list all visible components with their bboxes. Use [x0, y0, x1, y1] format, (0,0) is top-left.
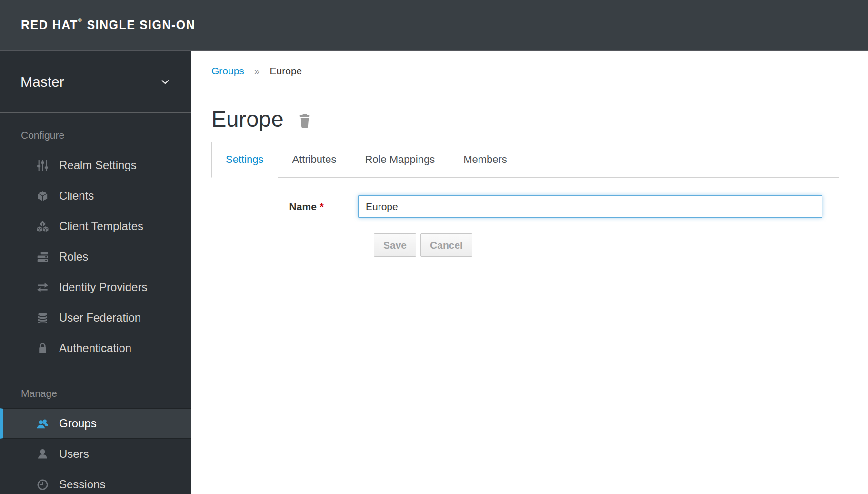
- trash-icon: [298, 113, 311, 128]
- breadcrumb-separator: »: [254, 65, 260, 77]
- name-input[interactable]: [358, 195, 822, 218]
- tab-role-mappings[interactable]: Role Mappings: [350, 142, 449, 177]
- lock-icon: [36, 342, 49, 355]
- realm-selector[interactable]: Master: [0, 51, 191, 113]
- sidebar-item-groups[interactable]: Groups: [0, 408, 191, 439]
- realm-name: Master: [20, 74, 64, 90]
- brand-primary: RED HAT: [21, 18, 78, 31]
- sidebar: Master Configure Realm Settings Clie: [0, 51, 191, 494]
- tab-settings[interactable]: Settings: [211, 142, 278, 178]
- sidebar-item-user-federation[interactable]: User Federation: [0, 302, 191, 333]
- app-header: RED HAT®SINGLE SIGN-ON: [0, 0, 868, 51]
- delete-group-button[interactable]: [298, 113, 311, 128]
- sidebar-item-sessions[interactable]: Sessions: [0, 469, 191, 494]
- sliders-icon: [36, 159, 49, 172]
- tab-members[interactable]: Members: [449, 142, 521, 177]
- sidebar-item-label: Realm Settings: [59, 159, 137, 172]
- tasks-icon: [36, 251, 49, 263]
- cube-icon: [36, 190, 49, 202]
- sidebar-item-label: Users: [59, 447, 89, 461]
- clock-icon: [36, 478, 49, 491]
- sidebar-item-label: Roles: [59, 250, 88, 263]
- sidebar-item-label: Clients: [59, 189, 94, 202]
- sidebar-nav: Configure Realm Settings Clients: [0, 129, 191, 494]
- exchange-icon: [36, 281, 49, 294]
- sidebar-item-label: Authentication: [59, 342, 131, 355]
- name-label: Name*: [211, 195, 324, 218]
- breadcrumb-current: Europe: [270, 65, 302, 77]
- chevron-down-icon: [160, 76, 171, 88]
- sidebar-item-identity-providers[interactable]: Identity Providers: [0, 272, 191, 302]
- sidebar-item-realm-settings[interactable]: Realm Settings: [0, 150, 191, 181]
- group-settings-form: Name* Save Cancel: [211, 195, 839, 257]
- tab-bar: Settings Attributes Role Mappings Member…: [211, 142, 839, 178]
- users-icon: [36, 417, 49, 430]
- brand-trademark: ®: [78, 17, 83, 23]
- section-label-configure: Configure: [0, 129, 191, 141]
- tab-attributes[interactable]: Attributes: [278, 142, 351, 177]
- brand-logo: RED HAT®SINGLE SIGN-ON: [21, 18, 195, 32]
- sidebar-item-users[interactable]: Users: [0, 439, 191, 469]
- user-icon: [36, 448, 49, 461]
- sidebar-item-label: User Federation: [59, 311, 141, 324]
- sidebar-item-label: Client Templates: [59, 220, 143, 233]
- save-button[interactable]: Save: [374, 233, 416, 257]
- sidebar-item-label: Groups: [59, 417, 97, 430]
- cancel-button[interactable]: Cancel: [420, 233, 472, 257]
- required-marker: *: [320, 201, 324, 212]
- page-title: Europe: [211, 107, 284, 131]
- sidebar-item-clients[interactable]: Clients: [0, 181, 191, 211]
- cubes-icon: [36, 220, 49, 233]
- sidebar-item-label: Identity Providers: [59, 281, 147, 294]
- sidebar-item-roles[interactable]: Roles: [0, 242, 191, 272]
- breadcrumb: Groups » Europe: [211, 65, 839, 77]
- main-content: Groups » Europe Europe Settings Attribut…: [191, 51, 868, 494]
- section-label-manage: Manage: [0, 387, 191, 400]
- breadcrumb-groups-link[interactable]: Groups: [211, 65, 244, 77]
- brand-secondary: SINGLE SIGN-ON: [87, 18, 195, 31]
- sidebar-item-client-templates[interactable]: Client Templates: [0, 211, 191, 242]
- sidebar-item-label: Sessions: [59, 478, 105, 491]
- database-icon: [36, 312, 49, 324]
- sidebar-item-authentication[interactable]: Authentication: [0, 333, 191, 363]
